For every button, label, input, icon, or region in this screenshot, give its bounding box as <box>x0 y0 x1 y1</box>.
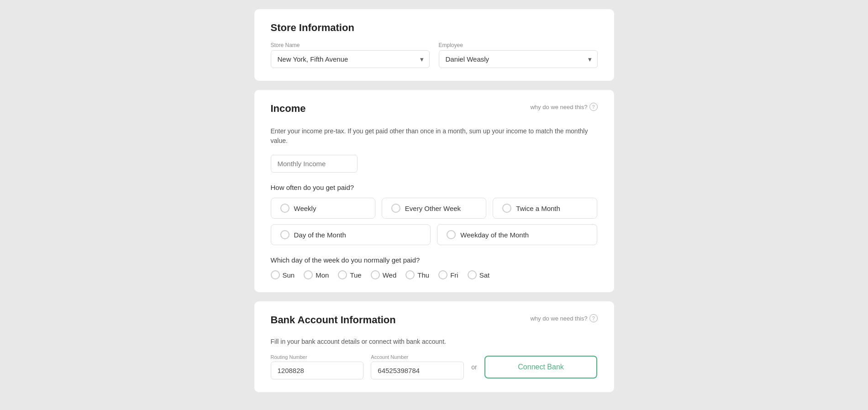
connect-bank-button[interactable]: Connect Bank <box>484 356 598 378</box>
weekday-fri-radio <box>438 270 447 279</box>
store-name-label: Store Name <box>271 42 430 48</box>
radio-twice-a-month[interactable]: Twice a Month <box>493 198 597 219</box>
radio-twice-a-month-circle <box>502 204 511 213</box>
radio-day-of-month[interactable]: Day of the Month <box>271 224 431 245</box>
weekday-tue-radio <box>338 270 347 279</box>
weekday-tue[interactable]: Tue <box>338 270 361 279</box>
weekday-wed[interactable]: Wed <box>371 270 397 279</box>
pay-frequency-top-row: Weekly Every Other Week Twice a Month <box>271 198 598 219</box>
weekday-wed-label: Wed <box>383 271 397 279</box>
radio-every-other-week-circle <box>391 204 400 213</box>
weekday-fri-label: Fri <box>450 271 458 279</box>
store-name-select[interactable]: New York, Fifth Avenue ▾ <box>271 50 430 68</box>
routing-number-input[interactable] <box>271 362 364 379</box>
store-name-chevron-icon: ▾ <box>420 55 424 63</box>
income-header: Income why do we need this? ? <box>271 103 598 123</box>
bank-header: Bank Account Information why do we need … <box>271 314 598 334</box>
account-number-group: Account Number <box>371 354 464 379</box>
radio-weekday-of-month[interactable]: Weekday of the Month <box>437 224 597 245</box>
bank-why-link[interactable]: why do we need this? ? <box>530 314 597 322</box>
employee-chevron-icon: ▾ <box>588 55 592 63</box>
weekday-sat-radio <box>468 270 477 279</box>
account-number-input[interactable] <box>371 362 464 379</box>
store-form-row: Store Name New York, Fifth Avenue ▾ Empl… <box>271 42 598 68</box>
weekday-tue-label: Tue <box>350 271 361 279</box>
income-card: Income why do we need this? ? Enter your… <box>254 90 614 292</box>
store-info-title: Store Information <box>271 22 598 34</box>
weekday-thu-radio <box>405 270 415 279</box>
how-often-label: How often do you get paid? <box>271 184 598 191</box>
employee-value: Daniel Weasly <box>446 55 489 63</box>
employee-select[interactable]: Daniel Weasly ▾ <box>439 50 598 68</box>
weekday-wed-radio <box>371 270 380 279</box>
or-divider: or <box>471 363 477 371</box>
radio-weekly-circle <box>280 204 289 213</box>
bank-account-card: Bank Account Information why do we need … <box>254 301 614 392</box>
bank-help-icon: ? <box>589 314 598 322</box>
weekday-thu-label: Thu <box>417 271 429 279</box>
radio-every-other-week-label: Every Other Week <box>405 205 461 212</box>
radio-weekly-label: Weekly <box>294 205 316 212</box>
bank-why-text: why do we need this? <box>530 315 587 322</box>
pay-frequency-bottom-row: Day of the Month Weekday of the Month <box>271 224 598 245</box>
routing-number-label: Routing Number <box>271 354 364 360</box>
income-why-text: why do we need this? <box>530 104 587 110</box>
weekday-sat[interactable]: Sat <box>468 270 490 279</box>
radio-day-of-month-label: Day of the Month <box>294 231 346 239</box>
radio-weekday-of-month-label: Weekday of the Month <box>460 231 529 239</box>
weekday-sun-label: Sun <box>283 271 295 279</box>
weekday-mon[interactable]: Mon <box>304 270 329 279</box>
income-title: Income <box>271 103 306 115</box>
bank-row: Routing Number Account Number or Connect… <box>271 354 598 379</box>
monthly-income-input[interactable] <box>271 155 358 173</box>
store-name-group: Store Name New York, Fifth Avenue ▾ <box>271 42 430 68</box>
weekday-sat-label: Sat <box>479 271 490 279</box>
weekday-thu[interactable]: Thu <box>405 270 429 279</box>
income-why-link[interactable]: why do we need this? ? <box>530 103 597 111</box>
store-name-value: New York, Fifth Avenue <box>278 55 348 63</box>
income-help-icon: ? <box>589 103 598 111</box>
employee-label: Employee <box>439 42 598 48</box>
weekday-sun[interactable]: Sun <box>271 270 295 279</box>
income-description: Enter your income pre-tax. If you get pa… <box>271 126 598 146</box>
weekday-row: Sun Mon Tue Wed Thu Fri <box>271 270 598 279</box>
weekday-mon-radio <box>304 270 313 279</box>
weekday-sun-radio <box>271 270 280 279</box>
routing-number-group: Routing Number <box>271 354 364 379</box>
account-number-label: Account Number <box>371 354 464 360</box>
radio-weekly[interactable]: Weekly <box>271 198 375 219</box>
radio-weekday-of-month-circle <box>447 230 456 239</box>
radio-day-of-month-circle <box>280 230 289 239</box>
radio-twice-a-month-label: Twice a Month <box>516 205 560 212</box>
bank-title: Bank Account Information <box>271 314 396 326</box>
employee-group: Employee Daniel Weasly ▾ <box>439 42 598 68</box>
which-day-label: Which day of the week do you normally ge… <box>271 256 598 264</box>
radio-every-other-week[interactable]: Every Other Week <box>382 198 486 219</box>
weekday-mon-label: Mon <box>316 271 329 279</box>
weekday-fri[interactable]: Fri <box>438 270 458 279</box>
bank-description: Fill in your bank account details or con… <box>271 338 598 345</box>
store-information-card: Store Information Store Name New York, F… <box>254 9 614 81</box>
